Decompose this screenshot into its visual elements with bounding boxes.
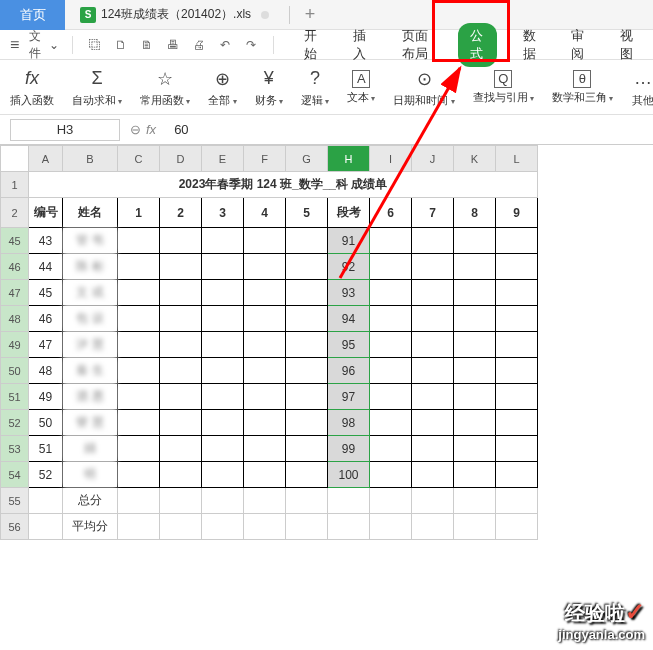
col-header-G[interactable]: G — [286, 146, 328, 172]
cell[interactable] — [412, 332, 454, 358]
header-cell[interactable]: 4 — [244, 198, 286, 228]
cell[interactable]: 49 — [29, 384, 63, 410]
cell[interactable] — [370, 306, 412, 332]
logic-fn-button[interactable]: ?逻辑 — [301, 67, 329, 108]
cell-selected[interactable]: 95 — [328, 332, 370, 358]
finance-fn-button[interactable]: ¥财务 — [255, 67, 283, 108]
cell[interactable] — [412, 358, 454, 384]
cell[interactable]: 43 — [29, 228, 63, 254]
cell[interactable] — [118, 462, 160, 488]
cell[interactable] — [370, 254, 412, 280]
cell[interactable] — [454, 228, 496, 254]
cell[interactable]: 47 — [29, 332, 63, 358]
cell[interactable] — [412, 228, 454, 254]
cell[interactable] — [244, 462, 286, 488]
col-header-E[interactable]: E — [202, 146, 244, 172]
cell[interactable] — [118, 384, 160, 410]
redo-icon[interactable]: ↷ — [242, 36, 260, 54]
header-cell[interactable]: 2 — [160, 198, 202, 228]
cell-selected[interactable]: 98 — [328, 410, 370, 436]
row-header[interactable]: 55 — [1, 488, 29, 514]
cell[interactable] — [202, 384, 244, 410]
cell[interactable] — [244, 384, 286, 410]
cell[interactable] — [454, 254, 496, 280]
tab-insert[interactable]: 插入 — [345, 23, 376, 67]
cell[interactable] — [454, 332, 496, 358]
cell[interactable] — [496, 306, 538, 332]
cell[interactable] — [286, 306, 328, 332]
cell[interactable] — [328, 514, 370, 540]
cell[interactable] — [412, 306, 454, 332]
cell[interactable]: 52 — [29, 462, 63, 488]
cell[interactable] — [496, 254, 538, 280]
formula-bar[interactable]: 60 — [166, 119, 196, 141]
cell[interactable] — [454, 488, 496, 514]
cell[interactable] — [244, 358, 286, 384]
file-menu[interactable]: 文件 ⌄ — [29, 28, 58, 62]
col-header-K[interactable]: K — [454, 146, 496, 172]
cell[interactable] — [118, 228, 160, 254]
cell-selected[interactable]: 100 — [328, 462, 370, 488]
row-header[interactable]: 45 — [1, 228, 29, 254]
cell[interactable] — [244, 488, 286, 514]
cell[interactable]: 泗 惠 — [63, 384, 118, 410]
cell[interactable] — [286, 384, 328, 410]
tab-formula[interactable]: 公式 — [458, 23, 497, 67]
cell[interactable] — [286, 228, 328, 254]
cell[interactable]: 46 — [29, 306, 63, 332]
undo-icon[interactable]: ↶ — [216, 36, 234, 54]
cell[interactable] — [370, 228, 412, 254]
header-cell[interactable]: 9 — [496, 198, 538, 228]
cell[interactable] — [118, 514, 160, 540]
fx-label[interactable]: fx — [146, 122, 156, 137]
cell[interactable] — [496, 384, 538, 410]
cell[interactable] — [412, 488, 454, 514]
cell[interactable] — [202, 514, 244, 540]
cell[interactable] — [496, 514, 538, 540]
cell[interactable] — [454, 462, 496, 488]
cell[interactable] — [370, 384, 412, 410]
cell[interactable] — [118, 306, 160, 332]
cell[interactable] — [118, 436, 160, 462]
cell[interactable] — [454, 514, 496, 540]
cell[interactable] — [286, 280, 328, 306]
cell-selected[interactable]: 96 — [328, 358, 370, 384]
cell[interactable] — [202, 280, 244, 306]
cell[interactable]: 51 — [29, 436, 63, 462]
qa-icon-4[interactable]: 🖶 — [164, 36, 182, 54]
lookup-fn-button[interactable]: Q查找与引用 — [473, 70, 534, 105]
cell[interactable]: 娟 — [63, 436, 118, 462]
col-header-F[interactable]: F — [244, 146, 286, 172]
cell[interactable] — [160, 514, 202, 540]
cell[interactable] — [454, 358, 496, 384]
cell[interactable] — [412, 410, 454, 436]
cell[interactable]: 45 — [29, 280, 63, 306]
header-cell[interactable]: 5 — [286, 198, 328, 228]
cell[interactable] — [160, 462, 202, 488]
common-fn-button[interactable]: ☆常用函数 — [140, 67, 190, 108]
header-cell[interactable]: 1 — [118, 198, 160, 228]
cell[interactable] — [118, 254, 160, 280]
col-header-H[interactable]: H — [328, 146, 370, 172]
row-header[interactable]: 47 — [1, 280, 29, 306]
title-cell[interactable]: 2023年春季期 124 班_数学__科 成绩单 — [29, 172, 538, 198]
cell[interactable] — [202, 462, 244, 488]
row-header[interactable]: 46 — [1, 254, 29, 280]
col-header-C[interactable]: C — [118, 146, 160, 172]
cell[interactable] — [244, 228, 286, 254]
cell[interactable] — [454, 280, 496, 306]
cell[interactable] — [160, 228, 202, 254]
cell[interactable] — [496, 358, 538, 384]
tab-data[interactable]: 数据 — [515, 23, 546, 67]
header-cell[interactable]: 3 — [202, 198, 244, 228]
cell[interactable] — [202, 306, 244, 332]
cell-selected[interactable]: 97 — [328, 384, 370, 410]
zoom-out-icon[interactable]: ⊖ — [130, 122, 141, 137]
cell[interactable] — [160, 436, 202, 462]
datetime-fn-button[interactable]: ⊙日期和时间 — [393, 67, 454, 108]
cell-selected[interactable]: 91 — [328, 228, 370, 254]
cell[interactable] — [286, 462, 328, 488]
cell[interactable] — [370, 332, 412, 358]
col-header-A[interactable]: A — [29, 146, 63, 172]
header-cell[interactable]: 8 — [454, 198, 496, 228]
